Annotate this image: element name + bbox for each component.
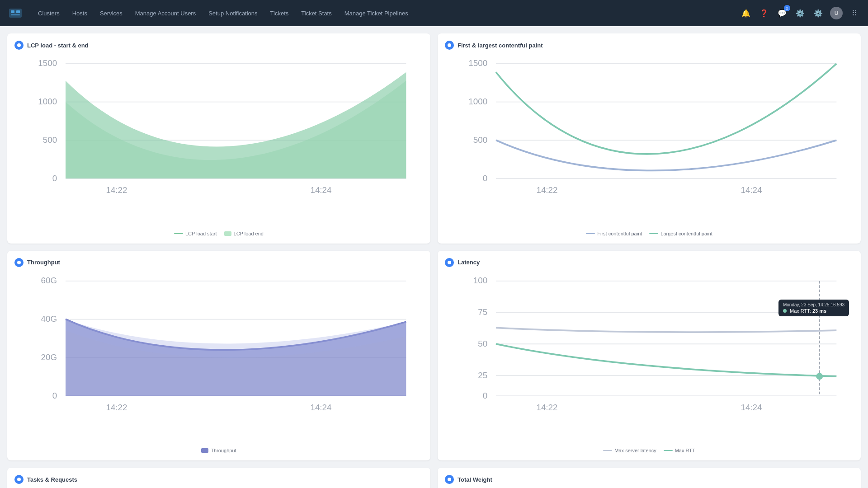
nav-item-tickets[interactable]: Tickets bbox=[265, 7, 294, 19]
first-largest-title: First & largest contentful paint bbox=[458, 42, 543, 49]
svg-text:14:22: 14:22 bbox=[536, 403, 557, 412]
legend-lcp-end-area bbox=[224, 231, 231, 236]
svg-text:100: 100 bbox=[473, 276, 487, 285]
svg-text:14:24: 14:24 bbox=[741, 185, 762, 195]
latency-legend: Max server latency Max RTT bbox=[445, 448, 854, 453]
svg-text:1000: 1000 bbox=[38, 97, 57, 106]
latency-title: Latency bbox=[458, 259, 480, 266]
lcp-load-chart-area: 0 500 1000 1500 14:22 14:24 bbox=[14, 55, 423, 227]
nav-item-hosts[interactable]: Hosts bbox=[67, 7, 93, 19]
throughput-chart-area: 0 20G 40G 60G 14:22 14:24 bbox=[14, 272, 423, 445]
tasks-requests-dot bbox=[14, 475, 24, 484]
legend-first-line bbox=[586, 233, 595, 234]
legend-max-server-line bbox=[603, 450, 612, 451]
svg-text:25: 25 bbox=[478, 370, 487, 380]
svg-text:14:24: 14:24 bbox=[310, 403, 331, 412]
svg-text:500: 500 bbox=[43, 135, 57, 145]
svg-text:1500: 1500 bbox=[468, 58, 487, 68]
nav-item-manage-ticket-pipelines[interactable]: Manage Ticket Pipelines bbox=[339, 7, 414, 19]
throughput-dot bbox=[14, 258, 24, 267]
svg-text:0: 0 bbox=[52, 174, 57, 183]
total-weight-title: Total Weight bbox=[458, 476, 492, 483]
first-largest-chart-card: First & largest contentful paint 0 500 1… bbox=[438, 33, 861, 244]
nav-item-ticket-stats[interactable]: Ticket Stats bbox=[296, 7, 337, 19]
notifications-icon[interactable]: 🔔 bbox=[740, 7, 752, 19]
svg-rect-0 bbox=[9, 9, 22, 18]
first-largest-chart-area: 0 500 1000 1500 14:22 14:24 bbox=[445, 55, 854, 227]
help-icon[interactable]: ❓ bbox=[758, 7, 770, 19]
svg-rect-2 bbox=[16, 10, 20, 13]
main-content: LCP load - start & end 0 500 1000 1500 1… bbox=[0, 26, 868, 488]
svg-point-45 bbox=[816, 373, 823, 380]
legend-lcp-start-label: LCP load start bbox=[185, 231, 217, 236]
nav-item-manage-account-users[interactable]: Manage Account Users bbox=[130, 7, 201, 19]
avatar[interactable]: U bbox=[830, 7, 843, 19]
nav-item-setup-notifications[interactable]: Setup Notifications bbox=[203, 7, 263, 19]
tasks-requests-chart-card: Tasks & Requests 0 1k 2k 3k 4k 14:22 14:… bbox=[7, 468, 430, 488]
latency-chart-header: Latency bbox=[445, 258, 854, 267]
throughput-chart-card: Throughput 0 20G 40G 60G 14:22 14:24 bbox=[7, 251, 430, 461]
legend-first-label: First contentful paint bbox=[597, 231, 642, 236]
total-weight-chart-header: Total Weight bbox=[445, 475, 854, 484]
lcp-load-dot bbox=[14, 41, 24, 50]
legend-first-contentful: First contentful paint bbox=[586, 231, 642, 236]
legend-lcp-start: LCP load start bbox=[174, 231, 217, 236]
legend-largest-label: Largest contentful paint bbox=[660, 231, 712, 236]
legend-throughput: Throughput bbox=[201, 448, 236, 453]
navbar: Clusters Hosts Services Manage Account U… bbox=[0, 0, 868, 26]
svg-text:14:24: 14:24 bbox=[310, 185, 331, 195]
total-weight-chart-card: Total Weight 0 2 4 6 14:22 14:24 Total w bbox=[438, 468, 861, 488]
svg-text:0: 0 bbox=[52, 390, 57, 400]
logo bbox=[7, 5, 24, 21]
legend-lcp-start-line bbox=[174, 233, 183, 234]
latency-dot bbox=[445, 258, 454, 267]
lcp-load-chart-header: LCP load - start & end bbox=[14, 41, 423, 50]
svg-text:20G: 20G bbox=[41, 352, 57, 362]
tasks-requests-title: Tasks & Requests bbox=[27, 476, 77, 483]
config-icon[interactable]: ⚙️ bbox=[812, 7, 825, 19]
lcp-load-chart-card: LCP load - start & end 0 500 1000 1500 1… bbox=[7, 33, 430, 244]
svg-rect-3 bbox=[11, 14, 20, 15]
lcp-load-title: LCP load - start & end bbox=[27, 42, 89, 49]
legend-max-server-label: Max server latency bbox=[614, 448, 656, 453]
total-weight-dot bbox=[445, 475, 454, 484]
legend-max-server: Max server latency bbox=[603, 448, 656, 453]
throughput-legend: Throughput bbox=[14, 448, 423, 453]
throughput-title: Throughput bbox=[27, 259, 60, 266]
svg-rect-1 bbox=[11, 10, 14, 13]
first-largest-legend: First contentful paint Largest contentfu… bbox=[445, 231, 854, 236]
notification-badge: 2 bbox=[784, 5, 790, 11]
tasks-requests-chart-header: Tasks & Requests bbox=[14, 475, 423, 484]
legend-throughput-label: Throughput bbox=[211, 448, 236, 453]
svg-text:1000: 1000 bbox=[468, 97, 487, 106]
svg-text:14:24: 14:24 bbox=[741, 403, 762, 412]
svg-text:0: 0 bbox=[483, 390, 487, 400]
latency-chart-card: Latency 0 25 50 75 100 14:2 bbox=[438, 251, 861, 461]
svg-text:14:22: 14:22 bbox=[106, 185, 127, 195]
first-largest-dot bbox=[445, 41, 454, 50]
legend-max-rtt-line bbox=[664, 450, 673, 451]
svg-text:14:22: 14:22 bbox=[536, 185, 557, 195]
legend-lcp-end: LCP load end bbox=[224, 231, 264, 236]
svg-text:75: 75 bbox=[478, 307, 487, 317]
legend-largest-contentful: Largest contentful paint bbox=[649, 231, 712, 236]
throughput-chart-header: Throughput bbox=[14, 258, 423, 267]
svg-text:1500: 1500 bbox=[38, 58, 57, 68]
first-largest-chart-header: First & largest contentful paint bbox=[445, 41, 854, 50]
svg-text:14:22: 14:22 bbox=[106, 403, 127, 412]
legend-max-rtt: Max RTT bbox=[664, 448, 695, 453]
lcp-load-legend: LCP load start LCP load end bbox=[14, 231, 423, 236]
nav-item-clusters[interactable]: Clusters bbox=[33, 7, 65, 19]
settings-icon[interactable]: ⚙️ bbox=[794, 7, 807, 19]
legend-throughput-area bbox=[201, 448, 208, 453]
legend-largest-line bbox=[649, 233, 658, 234]
svg-text:0: 0 bbox=[483, 174, 487, 183]
apps-icon[interactable]: ⠿ bbox=[848, 7, 861, 19]
nav-item-services[interactable]: Services bbox=[94, 7, 128, 19]
nav-menu: Clusters Hosts Services Manage Account U… bbox=[33, 7, 740, 19]
chat-icon[interactable]: 💬 2 bbox=[776, 7, 788, 19]
navbar-actions: 🔔 ❓ 💬 2 ⚙️ ⚙️ U ⠿ bbox=[740, 7, 861, 19]
svg-text:40G: 40G bbox=[41, 314, 57, 324]
legend-max-rtt-label: Max RTT bbox=[675, 448, 695, 453]
svg-text:60G: 60G bbox=[41, 276, 57, 285]
